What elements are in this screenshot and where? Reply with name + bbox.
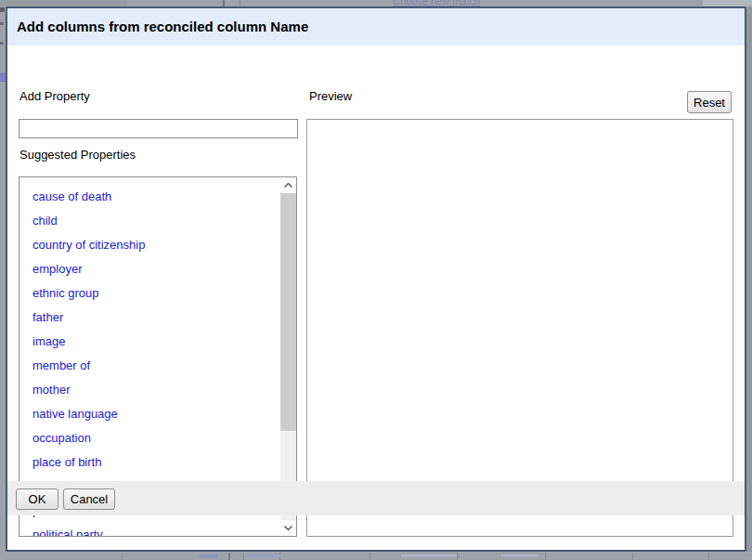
property-link[interactable]: member of	[19, 354, 280, 378]
property-link[interactable]: child	[19, 209, 280, 233]
dialog-header: Add columns from reconciled column Name	[7, 8, 745, 46]
property-link[interactable]: political party	[19, 523, 280, 536]
dialog-footer: OK Cancel	[7, 481, 745, 515]
dimmed-page-right-strip	[746, 7, 752, 560]
property-link[interactable]: image	[19, 330, 280, 354]
property-link[interactable]: cause of death	[19, 185, 280, 209]
property-link[interactable]: mother	[19, 378, 280, 402]
dimmed-choose-new-match-link: Choose new match	[393, 0, 480, 7]
dimmed-page-bottom-strip	[0, 552, 752, 560]
add-property-label: Add Property	[19, 89, 90, 103]
scroll-down-button[interactable]	[280, 520, 296, 536]
ok-button[interactable]: OK	[16, 488, 58, 510]
chevron-up-icon	[284, 183, 292, 188]
property-link[interactable]: native language	[19, 402, 280, 426]
dialog-title: Add columns from reconciled column Name	[17, 19, 308, 34]
reset-button[interactable]: Reset	[687, 91, 732, 113]
property-search-input[interactable]	[19, 119, 298, 138]
dimmed-page-top-strip: Choose new match	[0, 0, 752, 7]
chevron-down-icon	[284, 526, 292, 530]
property-link[interactable]: father	[19, 306, 280, 330]
dialog-body: Add Property Suggested Properties cause …	[7, 46, 745, 515]
scroll-up-button[interactable]	[280, 177, 296, 193]
preview-label: Preview	[309, 89, 352, 103]
property-link[interactable]: employer	[19, 257, 280, 281]
property-link[interactable]: ethnic group	[19, 281, 280, 306]
scrollbar-thumb[interactable]	[280, 193, 296, 431]
add-columns-dialog: Add columns from reconciled column Name …	[6, 7, 746, 552]
suggested-properties-label: Suggested Properties	[19, 148, 136, 162]
property-link[interactable]: occupation	[19, 426, 280, 450]
preview-pane	[306, 119, 733, 537]
property-link[interactable]: place of birth	[19, 450, 280, 475]
property-link[interactable]: country of citizenship	[19, 233, 280, 257]
cancel-button[interactable]: Cancel	[63, 488, 115, 510]
